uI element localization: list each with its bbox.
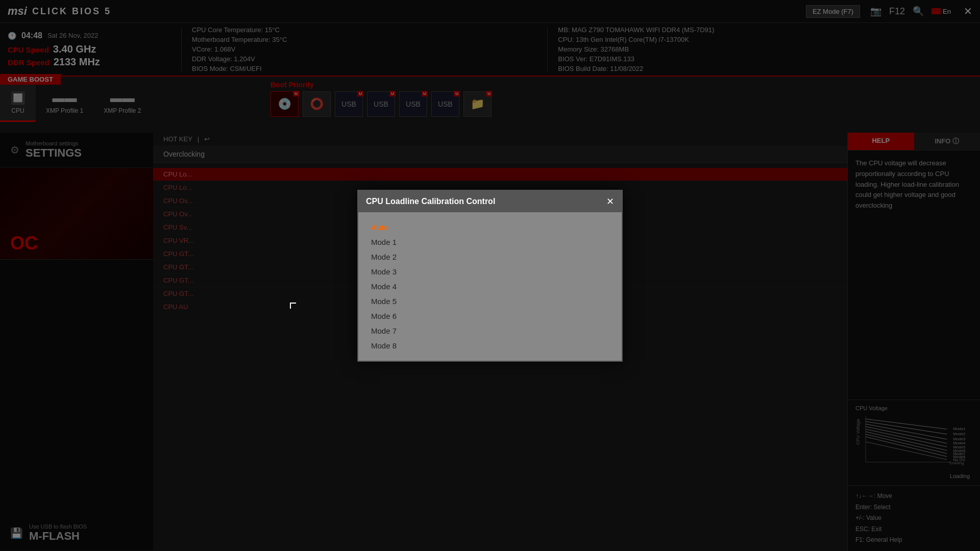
modal-title: CPU Loadline Calibration Control	[366, 197, 495, 206]
modal-option-mode2[interactable]: Mode 2	[366, 249, 614, 264]
modal-option-mode3[interactable]: Mode 3	[366, 264, 614, 279]
modal-option-auto[interactable]: Auto	[366, 220, 614, 235]
modal-overlay[interactable]: CPU Loadline Calibration Control ✕ Auto …	[0, 0, 980, 551]
modal-option-mode1[interactable]: Mode 1	[366, 235, 614, 249]
modal-option-mode8[interactable]: Mode 8	[366, 338, 614, 353]
modal-header: CPU Loadline Calibration Control ✕	[358, 191, 622, 212]
modal-option-mode5[interactable]: Mode 5	[366, 294, 614, 309]
modal-option-mode7[interactable]: Mode 7	[366, 323, 614, 338]
modal-dialog: CPU Loadline Calibration Control ✕ Auto …	[357, 190, 623, 362]
modal-option-mode6[interactable]: Mode 6	[366, 309, 614, 323]
modal-body: Auto Mode 1 Mode 2 Mode 3 Mode 4 Mode 5 …	[358, 212, 622, 361]
modal-close-button[interactable]: ✕	[606, 196, 614, 207]
modal-option-mode4[interactable]: Mode 4	[366, 279, 614, 294]
